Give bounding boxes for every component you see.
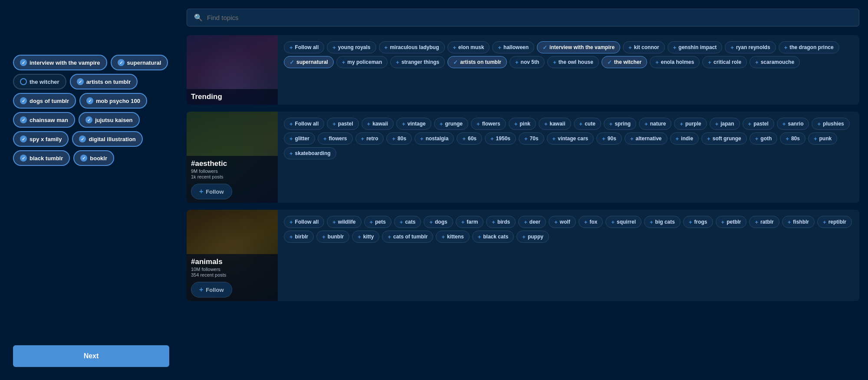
sidebar-tag-jujutsu-kaisen[interactable]: ✓jujutsu kaisen (79, 112, 140, 128)
follow-all-button[interactable]: +Follow all (284, 41, 324, 53)
topic-pill-pets[interactable]: +pets (364, 216, 391, 228)
topic-pill-birds[interactable]: +birds (486, 216, 516, 228)
topic-pill-cats[interactable]: +cats (394, 216, 421, 228)
topic-pill-birblr[interactable]: +birblr (284, 231, 314, 243)
topic-pill-the-witcher[interactable]: ✓the witcher (602, 56, 647, 68)
topic-pill-nature[interactable]: +nature (639, 118, 671, 130)
topic-pill-80s[interactable]: +80s (780, 132, 806, 145)
sidebar-tag-the-witcher[interactable]: +the witcher (13, 74, 66, 89)
topic-pill-artists-on-tumblr[interactable]: ✓artists on tumblr (447, 56, 507, 68)
topic-pill-alternative[interactable]: +alternative (625, 132, 667, 145)
topic-pill-squirrel[interactable]: +squirrel (605, 216, 641, 228)
topic-pill-the-owl-house[interactable]: +the owl house (547, 56, 599, 68)
sidebar-tag-chainsaw-man[interactable]: ✓chainsaw man (13, 112, 75, 128)
topic-pill-ryan-reynolds[interactable]: +ryan reynolds (725, 41, 776, 53)
topic-pill-elon-musk[interactable]: +elon musk (447, 41, 490, 53)
topic-pill-grunge[interactable]: +grunge (434, 118, 468, 130)
check-icon: ✓ (607, 59, 612, 65)
topic-pill-big-cats[interactable]: +big cats (644, 216, 681, 228)
topic-pill-enola-holmes[interactable]: +enola holmes (650, 56, 700, 68)
topic-pill-sanrio[interactable]: +sanrio (777, 118, 809, 130)
sidebar-tag-black-tumblr[interactable]: ✓black tumblr (13, 150, 70, 166)
topic-pill-indie[interactable]: +indie (670, 132, 699, 145)
topic-pill-kit-connor[interactable]: +kit connor (623, 41, 665, 53)
topic-pill-cats-of-tumblr[interactable]: +cats of tumblr (382, 231, 433, 243)
topic-pill-bunblr[interactable]: +bunblr (316, 231, 349, 243)
topic-pill-1950s[interactable]: +1950s (485, 132, 516, 145)
topic-pill-kawaii[interactable]: +kawaii (362, 118, 394, 130)
topic-pill-the-dragon-prince[interactable]: +the dragon prince (779, 41, 839, 53)
topic-pill-interview-with-the-vampire[interactable]: ✓interview with the vampire (537, 41, 620, 53)
topic-pill-miraculous-ladybug[interactable]: +miraculous ladybug (379, 41, 445, 53)
topic-pill-flowers[interactable]: +flowers (471, 118, 506, 130)
topic-pill-vintage[interactable]: +vintage (396, 118, 431, 130)
topic-pill-fox[interactable]: +fox (579, 216, 603, 228)
sidebar-tag-spy-x-family[interactable]: ✓spy x family (13, 131, 69, 147)
topic-pill-nostalgia[interactable]: +nostalgia (414, 132, 454, 145)
follow-all-button[interactable]: +Follow all (284, 216, 324, 228)
topic-pill-retro[interactable]: +retro (355, 132, 384, 145)
topic-pill-black-cats[interactable]: +black cats (472, 231, 514, 243)
topic-pill-reptiblr[interactable]: +reptiblr (817, 216, 852, 228)
topic-pill-supernatural[interactable]: ✓supernatural (284, 56, 334, 68)
topic-pill-deer[interactable]: +deer (518, 216, 546, 228)
topic-pill-japan[interactable]: +japan (710, 118, 740, 130)
sidebar-tag-interview-with-the-vampire[interactable]: ✓interview with the vampire (13, 55, 107, 70)
topic-pill-kitty[interactable]: +kitty (352, 231, 379, 243)
sidebar-tag-mob-psycho-100[interactable]: ✓mob psycho 100 (79, 93, 147, 109)
topic-pill-80s[interactable]: +80s (386, 132, 412, 145)
topic-pill-frogs[interactable]: +frogs (683, 216, 713, 228)
topic-pill-70s[interactable]: +70s (519, 132, 544, 145)
plus-icon: + (332, 219, 336, 225)
topic-pill-pink[interactable]: +pink (509, 118, 536, 130)
topic-pill-ratblr[interactable]: +ratblr (749, 216, 779, 228)
search-input[interactable] (207, 14, 852, 21)
topic-pill-young-royals[interactable]: +young royals (327, 41, 376, 53)
topic-pill-farm[interactable]: +farm (456, 216, 484, 228)
topic-pill-petblr[interactable]: +petblr (716, 216, 747, 228)
topic-pill-wolf[interactable]: +wolf (549, 216, 576, 228)
category-follow-button-animals[interactable]: +Follow (191, 282, 232, 297)
sidebar-tag-booklr[interactable]: ✓booklr (73, 150, 114, 166)
topic-pill-nov-5th[interactable]: +nov 5th (510, 56, 545, 68)
plus-icon: + (396, 59, 399, 65)
topic-pill-wildlife[interactable]: +wildlife (327, 216, 361, 228)
topic-pill-plushies[interactable]: +plushies (812, 118, 849, 130)
topic-pill-purple[interactable]: +purple (674, 118, 707, 130)
next-button[interactable]: Next (13, 345, 169, 367)
topic-pill-vintage-cars[interactable]: +vintage cars (547, 132, 594, 145)
topic-pill-spring[interactable]: +spring (604, 118, 636, 130)
topic-pill-pastel[interactable]: +pastel (743, 118, 774, 130)
topic-pill-pastel[interactable]: +pastel (327, 118, 358, 130)
topic-pill-puppy[interactable]: +puppy (516, 231, 549, 243)
sidebar-tag-digital-illustration[interactable]: ✓digital illustration (72, 131, 142, 147)
topic-pill-genshin-impact[interactable]: +genshin impact (667, 41, 723, 53)
category-title: #animals (191, 258, 273, 266)
topic-pill-fishblr[interactable]: +fishblr (782, 216, 815, 228)
topic-pill-kittens[interactable]: +kittens (436, 231, 469, 243)
topic-pill-my-policeman[interactable]: +my policeman (336, 56, 388, 68)
topic-pill-goth[interactable]: +goth (750, 132, 778, 145)
pill-label: kittens (447, 234, 464, 240)
sidebar-tag-supernatural[interactable]: ✓supernatural (111, 55, 168, 70)
topic-pill-cute[interactable]: +cute (574, 118, 601, 130)
topic-pill-skateboarding[interactable]: +skateboarding (284, 147, 336, 159)
topic-pill-60s[interactable]: +60s (457, 132, 482, 145)
topic-pill-halloween[interactable]: +halloween (492, 41, 534, 53)
topic-pill-soft-grunge[interactable]: +soft grunge (701, 132, 747, 145)
topic-pill-dogs[interactable]: +dogs (424, 216, 453, 228)
topic-pill-scaramouche[interactable]: +scaramouche (750, 56, 800, 68)
topic-pill-kawaii[interactable]: +kawaii (539, 118, 571, 130)
search-bar[interactable]: 🔍 (187, 9, 859, 26)
topic-pill-punk[interactable]: +punk (808, 132, 837, 145)
topic-pill-90s[interactable]: +90s (596, 132, 622, 145)
follow-all-button[interactable]: +Follow all (284, 118, 324, 130)
pill-label: miraculous ladybug (390, 44, 439, 50)
sidebar-tag-artists-on-tumblr[interactable]: ✓artists on tumblr (70, 74, 138, 89)
category-follow-button-aesthetic[interactable]: +Follow (191, 184, 232, 199)
topic-pill-flowers[interactable]: +flowers (318, 132, 353, 145)
topic-pill-critical-role[interactable]: +critical role (702, 56, 747, 68)
topic-pill-stranger-things[interactable]: +stranger things (390, 56, 445, 68)
topic-pill-glitter[interactable]: +glitter (284, 132, 315, 145)
sidebar-tag-dogs-of-tumblr[interactable]: ✓dogs of tumblr (13, 93, 76, 109)
